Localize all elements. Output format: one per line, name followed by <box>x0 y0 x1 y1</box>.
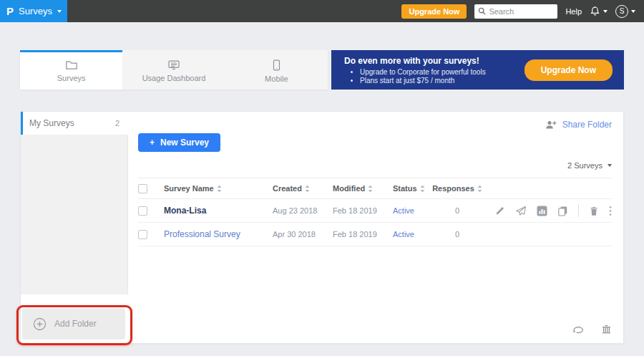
add-folder-button[interactable]: Add Folder <box>22 308 125 340</box>
tab-label: Usage Dashboard <box>142 74 206 82</box>
status-link[interactable]: Active <box>393 230 414 239</box>
banner-upgrade-button[interactable]: Upgrade Now <box>525 59 613 81</box>
avatar: S <box>615 5 628 18</box>
column-header[interactable]: Created <box>273 184 302 193</box>
responses-count: 0 <box>455 230 459 239</box>
new-survey-label: New Survey <box>160 138 209 148</box>
tab-mobile[interactable]: Mobile <box>225 50 328 90</box>
share-row: Share Folder <box>138 118 612 131</box>
reports-chart-icon[interactable] <box>537 206 547 216</box>
folder-icon <box>65 59 78 70</box>
more-kebab-icon[interactable] <box>609 206 612 216</box>
chevron-down-icon <box>603 10 608 13</box>
proprofs-logo: P <box>6 5 14 17</box>
upgrade-now-button[interactable]: Upgrade Now <box>401 4 467 19</box>
footer-icons <box>572 324 612 335</box>
status-link[interactable]: Active <box>393 206 414 215</box>
search-icon <box>478 7 486 15</box>
new-survey-row: + New Survey <box>138 133 612 152</box>
folders-sidebar: My Surveys 2 Add Folder <box>21 112 128 343</box>
product-menu-label: Surveys <box>19 6 52 16</box>
search-input[interactable] <box>489 7 554 16</box>
sort-icon[interactable] <box>420 185 425 193</box>
created-date: Apr 30 2018 <box>273 230 316 239</box>
select-all-checkbox[interactable] <box>138 184 147 193</box>
table-row: Mona-Lisa Aug 23 2018 Feb 18 2019 Active… <box>138 199 612 223</box>
archived-surveys-icon[interactable] <box>601 324 612 335</box>
person-plus-icon <box>545 120 557 130</box>
column-header[interactable]: Status <box>393 184 417 193</box>
survey-name-link[interactable]: Mona-Lisa <box>164 206 206 216</box>
share-folder-link[interactable]: Share Folder <box>545 118 612 131</box>
edit-pencil-icon[interactable] <box>494 206 505 216</box>
upsell-banner: Do even more with your surveys! Upgrade … <box>331 50 624 90</box>
tab-label: Mobile <box>265 74 288 83</box>
responses-count: 0 <box>455 206 459 215</box>
table-header-row: Survey Name Created Modified Status Resp… <box>138 178 612 199</box>
send-paper-plane-icon[interactable] <box>515 206 527 216</box>
divider <box>578 204 579 217</box>
tab-surveys[interactable]: Surveys <box>20 50 122 90</box>
banner-title: Do even more with your surveys! <box>344 56 486 66</box>
row-checkbox[interactable] <box>138 230 147 239</box>
folder-count: 2 <box>115 119 119 128</box>
chevron-down-icon <box>631 10 635 13</box>
chevron-down-icon <box>608 164 612 167</box>
sort-icon[interactable] <box>368 185 373 193</box>
sort-icon[interactable] <box>305 185 310 193</box>
row-checkbox[interactable] <box>138 206 147 216</box>
sidebar-item-my-surveys[interactable]: My Surveys 2 <box>21 112 128 135</box>
account-menu[interactable]: S <box>615 5 635 18</box>
plus-icon: + <box>150 138 155 148</box>
search-box[interactable] <box>474 4 557 19</box>
surveys-panel: My Surveys 2 Add Folder Share Folder + N… <box>20 111 624 344</box>
tabs-banner-band: Surveys Usage Dashboard Mobile Do even m… <box>20 50 624 90</box>
sort-icon[interactable] <box>217 185 222 193</box>
new-survey-button[interactable]: + New Survey <box>138 133 220 152</box>
column-header[interactable]: Survey Name <box>164 184 214 193</box>
row-actions <box>483 204 612 217</box>
delete-trash-icon[interactable] <box>589 206 599 216</box>
plus-circle-icon <box>33 317 47 331</box>
banner-bullets: Upgrade to Corporate for powerful tools … <box>360 68 486 85</box>
top-bar-right: Upgrade Now Help S <box>401 4 644 19</box>
tab-label: Surveys <box>57 74 86 82</box>
surveys-table: Survey Name Created Modified Status Resp… <box>138 178 612 246</box>
banner-text: Do even more with your surveys! Upgrade … <box>344 56 486 85</box>
top-bar: P Surveys Upgrade Now Help S <box>0 0 644 22</box>
banner-bullet: Upgrade to Corporate for powerful tools <box>360 68 486 76</box>
created-date: Aug 23 2018 <box>273 206 317 215</box>
survey-name-link[interactable]: Professional Survey <box>164 229 240 239</box>
surveys-count-label: 2 Surveys <box>567 161 602 170</box>
help-link[interactable]: Help <box>565 7 582 16</box>
dashboard-icon <box>167 59 180 70</box>
column-header[interactable]: Responses <box>432 184 474 193</box>
sort-icon[interactable] <box>477 185 482 193</box>
history-icon[interactable] <box>572 324 584 335</box>
chevron-down-icon <box>57 10 62 13</box>
banner-bullet: Plans start at just $75 / month <box>360 77 486 85</box>
mobile-icon <box>273 59 280 71</box>
folder-list-area <box>21 135 128 294</box>
tab-usage-dashboard[interactable]: Usage Dashboard <box>122 50 225 90</box>
section-tabs: Surveys Usage Dashboard Mobile <box>20 50 328 90</box>
folder-label: My Surveys <box>29 118 74 128</box>
table-row: Professional Survey Apr 30 2018 Feb 18 2… <box>138 223 612 246</box>
column-header[interactable]: Modified <box>333 184 365 193</box>
notifications-menu[interactable] <box>590 6 608 16</box>
modified-date: Feb 18 2019 <box>333 206 377 215</box>
share-folder-label: Share Folder <box>562 120 612 130</box>
copy-icon[interactable] <box>557 206 568 216</box>
surveys-content: Share Folder + New Survey 2 Surveys Surv… <box>128 112 623 343</box>
modified-date: Feb 18 2019 <box>333 230 377 239</box>
surveys-count-dropdown[interactable]: 2 Surveys <box>138 161 612 170</box>
bell-icon <box>590 6 600 16</box>
add-folder-label: Add Folder <box>54 319 97 329</box>
product-switcher[interactable]: P Surveys <box>0 0 67 22</box>
